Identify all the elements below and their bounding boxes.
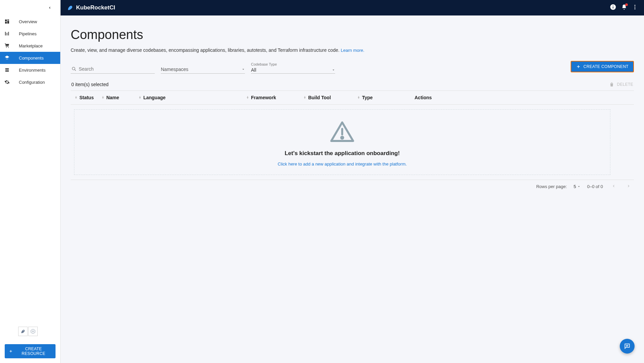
footer-kube-button[interactable]: [28, 327, 38, 336]
svg-point-31: [341, 137, 343, 139]
chevron-right-icon: [627, 184, 631, 188]
rows-per-page-select[interactable]: 5: [574, 184, 580, 189]
namespaces-select[interactable]: Namespaces: [161, 65, 245, 74]
svg-rect-6: [8, 32, 9, 36]
sidebar-nav: Overview Pipelines Marketplace Component…: [0, 15, 60, 322]
gear-icon: [4, 79, 10, 85]
column-actions: Actions: [415, 95, 633, 100]
codebase-type-field: Codebase Type All: [251, 62, 335, 74]
create-component-button[interactable]: CREATE COMPONENT: [571, 61, 634, 72]
svg-point-21: [635, 5, 636, 6]
brand-rocket-icon: [67, 4, 73, 11]
svg-marker-26: [243, 69, 244, 70]
svg-point-15: [32, 331, 34, 332]
svg-rect-4: [5, 32, 6, 36]
table-header: ▲▼Status ▲▼Name ▲▼Language ▲▼Framework ▲…: [71, 91, 634, 105]
sidebar-item-components[interactable]: Components: [0, 52, 60, 64]
sidebar-item-label: Marketplace: [19, 43, 43, 48]
sidebar-item-marketplace[interactable]: Marketplace: [0, 40, 60, 52]
column-build-tool[interactable]: ▲▼Build Tool: [303, 95, 357, 100]
create-resource-button[interactable]: CREATE RESOURCE: [5, 344, 56, 358]
codebase-type-value: All: [251, 67, 256, 73]
sidebar-item-label: Environments: [19, 68, 45, 73]
chat-fab[interactable]: [620, 339, 635, 354]
column-type[interactable]: ▲▼Type: [357, 95, 415, 100]
sidebar-item-environments[interactable]: Environments: [0, 64, 60, 76]
chevron-down-icon: [242, 68, 245, 71]
sort-icon: ▲▼: [75, 96, 77, 99]
svg-rect-3: [5, 22, 7, 24]
sidebar-item-label: Overview: [19, 19, 37, 24]
sidebar: Overview Pipelines Marketplace Component…: [0, 0, 61, 363]
column-name[interactable]: ▲▼Name: [102, 95, 139, 100]
rows-per-page-label: Rows per page:: [536, 184, 567, 189]
sort-icon: ▲▼: [139, 96, 141, 99]
delete-button[interactable]: DELETE: [609, 82, 633, 87]
brand[interactable]: KubeRocketCI: [67, 4, 115, 11]
svg-rect-11: [5, 68, 9, 69]
rocket-icon: [20, 329, 26, 334]
empty-title: Let's kickstart the application onboardi…: [285, 150, 400, 157]
svg-rect-1: [7, 20, 9, 21]
dots-vertical-icon: [632, 4, 638, 10]
chevron-left-icon: [612, 184, 616, 188]
pagination-next[interactable]: [624, 184, 633, 189]
sort-icon: ▲▼: [102, 96, 104, 99]
trash-icon: [609, 82, 614, 87]
info-button[interactable]: [610, 4, 616, 12]
sort-icon: ▲▼: [303, 96, 306, 99]
codebase-type-label: Codebase Type: [251, 62, 335, 66]
search-field[interactable]: [71, 65, 155, 74]
learn-more-link[interactable]: Learn more.: [341, 48, 364, 53]
pagination-range: 0–0 of 0: [587, 184, 603, 189]
notification-dot: [625, 3, 628, 6]
search-input[interactable]: [79, 66, 155, 72]
svg-marker-9: [5, 56, 9, 58]
svg-rect-5: [7, 33, 7, 35]
stacks-icon: [4, 67, 10, 73]
column-framework[interactable]: ▲▼Framework: [246, 95, 303, 100]
chevron-down-icon: [577, 185, 580, 188]
svg-marker-14: [31, 329, 35, 333]
plus-icon: [576, 64, 581, 69]
svg-line-25: [75, 70, 76, 71]
pagination: Rows per page: 5 0–0 of 0: [71, 180, 634, 193]
column-language[interactable]: ▲▼Language: [139, 95, 246, 100]
empty-state: Let's kickstart the application onboardi…: [74, 109, 610, 175]
sidebar-item-pipelines[interactable]: Pipelines: [0, 28, 60, 40]
helm-icon: [30, 329, 36, 334]
empty-link[interactable]: Click here to add a new application and …: [278, 161, 407, 167]
sidebar-item-label: Components: [19, 56, 44, 61]
sidebar-item-configuration[interactable]: Configuration: [0, 76, 60, 88]
sort-icon: ▲▼: [357, 96, 360, 99]
page-description: Create, view, and manage diverse codebas…: [71, 47, 634, 53]
sort-icon: ▲▼: [246, 96, 249, 99]
svg-point-22: [635, 7, 636, 8]
sidebar-item-label: Pipelines: [19, 31, 37, 36]
delete-label: DELETE: [617, 82, 633, 87]
svg-point-23: [635, 8, 636, 9]
sidebar-collapse-button[interactable]: [0, 0, 60, 15]
chevron-down-icon: [332, 68, 335, 72]
menu-button[interactable]: [632, 4, 638, 11]
codebase-type-select[interactable]: All: [251, 67, 335, 74]
brand-name: KubeRocketCI: [76, 4, 115, 11]
notifications-button[interactable]: [621, 4, 627, 11]
sidebar-item-label: Configuration: [19, 80, 45, 85]
layers-icon: [4, 55, 10, 61]
pagination-prev[interactable]: [610, 184, 618, 189]
column-status[interactable]: ▲▼Status: [75, 95, 102, 100]
chevron-left-icon: [48, 6, 51, 9]
dashboard-icon: [4, 19, 10, 24]
create-resource-label: CREATE RESOURCE: [15, 347, 51, 356]
sidebar-item-overview[interactable]: Overview: [0, 15, 60, 28]
page-title: Components: [71, 28, 634, 42]
info-icon: [610, 4, 616, 10]
warning-icon: [327, 119, 357, 145]
footer-rocket-button[interactable]: [18, 327, 28, 336]
svg-marker-10: [5, 58, 9, 60]
chat-icon: [624, 343, 631, 350]
svg-marker-27: [333, 70, 334, 71]
svg-marker-32: [578, 186, 580, 187]
svg-rect-2: [7, 21, 9, 24]
